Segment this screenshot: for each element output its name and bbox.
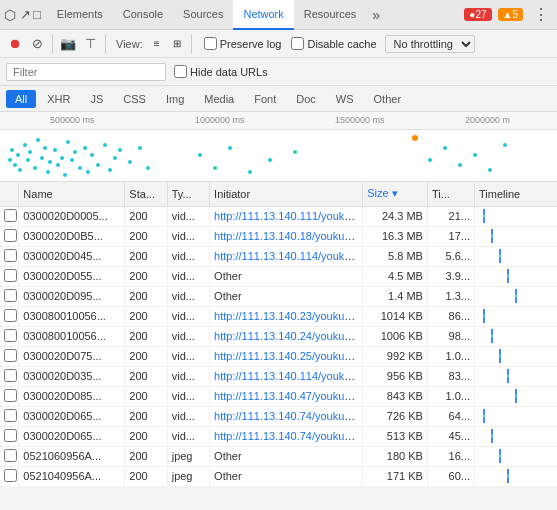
row-checkbox-cell[interactable]: [0, 246, 19, 266]
row-checkbox[interactable]: [4, 369, 17, 382]
table-row[interactable]: 030080010056... 200 vid... http://111.13…: [0, 326, 557, 346]
table-row[interactable]: 030080010056... 200 vid... http://111.13…: [0, 306, 557, 326]
col-header-status[interactable]: Sta...: [125, 182, 167, 206]
clear-button[interactable]: ⊘: [28, 35, 46, 53]
error-count-badge[interactable]: ●27: [464, 8, 491, 21]
type-tab-doc[interactable]: Doc: [287, 90, 325, 108]
table-row[interactable]: 0300020D0B5... 200 vid... http://111.13.…: [0, 226, 557, 246]
col-header-size[interactable]: Size ▾: [363, 182, 428, 206]
tab-device-icon[interactable]: □: [33, 7, 41, 22]
row-checkbox-cell[interactable]: [0, 226, 19, 246]
initiator-link[interactable]: http://111.13.140.23/youku/6...: [214, 310, 363, 322]
table-row[interactable]: 0300020D065... 200 vid... http://111.13.…: [0, 426, 557, 446]
row-checkbox-cell[interactable]: [0, 266, 19, 286]
row-checkbox[interactable]: [4, 389, 17, 402]
hide-data-urls-label[interactable]: Hide data URLs: [174, 65, 268, 78]
row-checkbox[interactable]: [4, 269, 17, 282]
row-checkbox[interactable]: [4, 229, 17, 242]
tab-network[interactable]: Network: [233, 0, 293, 30]
table-row[interactable]: 0521040956A... 200 jpeg Other 171 KB 60.…: [0, 466, 557, 486]
table-row[interactable]: 0300020D075... 200 vid... http://111.13.…: [0, 346, 557, 366]
row-checkbox[interactable]: [4, 329, 17, 342]
throttle-select[interactable]: No throttling Online Fast 3G Slow 3G Off…: [385, 35, 475, 53]
preserve-log-checkbox[interactable]: [204, 37, 217, 50]
tab-console[interactable]: Console: [113, 0, 173, 30]
col-header-type[interactable]: Ty...: [167, 182, 209, 206]
tab-more-button[interactable]: »: [366, 3, 386, 27]
row-checkbox[interactable]: [4, 249, 17, 262]
table-row[interactable]: 0300020D045... 200 vid... http://111.13.…: [0, 246, 557, 266]
row-checkbox-cell[interactable]: [0, 306, 19, 326]
table-row[interactable]: 0300020D095... 200 vid... Other 1.4 MB 1…: [0, 286, 557, 306]
row-checkbox-cell[interactable]: [0, 206, 19, 226]
type-tab-other[interactable]: Other: [365, 90, 411, 108]
type-tab-js[interactable]: JS: [81, 90, 112, 108]
type-tab-media[interactable]: Media: [195, 90, 243, 108]
row-initiator[interactable]: http://111.13.140.114/youku/...: [210, 366, 363, 386]
tab-resources[interactable]: Resources: [294, 0, 367, 30]
tab-inspect-icon[interactable]: ↗: [20, 7, 31, 22]
initiator-link[interactable]: http://111.13.140.74/youku/6...: [214, 430, 363, 442]
preserve-log-label[interactable]: Preserve log: [204, 37, 282, 50]
row-checkbox[interactable]: [4, 449, 17, 462]
row-checkbox-cell[interactable]: [0, 326, 19, 346]
row-checkbox-cell[interactable]: [0, 286, 19, 306]
row-checkbox-cell[interactable]: [0, 426, 19, 446]
row-initiator[interactable]: http://111.13.140.47/youku/6...: [210, 386, 363, 406]
row-initiator[interactable]: http://111.13.140.23/youku/6...: [210, 306, 363, 326]
initiator-link[interactable]: http://111.13.140.74/youku/6...: [214, 410, 363, 422]
type-tab-ws[interactable]: WS: [327, 90, 363, 108]
filter-input[interactable]: [6, 63, 166, 81]
row-checkbox-cell[interactable]: [0, 446, 19, 466]
row-checkbox-cell[interactable]: [0, 406, 19, 426]
row-initiator[interactable]: http://111.13.140.114/youku/...: [210, 246, 363, 266]
type-tab-xhr[interactable]: XHR: [38, 90, 79, 108]
table-row[interactable]: 0521060956A... 200 jpeg Other 180 KB 16.…: [0, 446, 557, 466]
row-checkbox[interactable]: [4, 309, 17, 322]
row-checkbox[interactable]: [4, 209, 17, 222]
row-initiator[interactable]: http://111.13.140.25/youku/6...: [210, 346, 363, 366]
initiator-link[interactable]: http://111.13.140.25/youku/6...: [214, 350, 363, 362]
row-initiator[interactable]: http://111.13.140.18/youku/6...: [210, 226, 363, 246]
initiator-link[interactable]: http://111.13.140.114/youku/...: [214, 370, 363, 382]
initiator-link[interactable]: http://111.13.140.18/youku/6...: [214, 230, 363, 242]
devtools-menu-button[interactable]: ⋮: [529, 5, 553, 24]
row-initiator[interactable]: http://111.13.140.74/youku/6...: [210, 426, 363, 446]
warning-count-badge[interactable]: ▲5: [498, 8, 523, 21]
table-row[interactable]: 0300020D085... 200 vid... http://111.13.…: [0, 386, 557, 406]
list-view-button[interactable]: ≡: [149, 36, 165, 52]
record-button[interactable]: ⏺: [6, 35, 24, 53]
table-row[interactable]: 0300020D055... 200 vid... Other 4.5 MB 3…: [0, 266, 557, 286]
row-checkbox-cell[interactable]: [0, 366, 19, 386]
disable-cache-label[interactable]: Disable cache: [291, 37, 376, 50]
row-initiator[interactable]: http://111.13.140.24/youku/6...: [210, 326, 363, 346]
hide-data-urls-checkbox[interactable]: [174, 65, 187, 78]
tab-sources[interactable]: Sources: [173, 0, 233, 30]
table-row[interactable]: 0300020D035... 200 vid... http://111.13.…: [0, 366, 557, 386]
row-checkbox[interactable]: [4, 429, 17, 442]
row-checkbox-cell[interactable]: [0, 346, 19, 366]
row-checkbox-cell[interactable]: [0, 386, 19, 406]
col-header-time[interactable]: Ti...: [427, 182, 474, 206]
type-tab-font[interactable]: Font: [245, 90, 285, 108]
col-header-name[interactable]: Name: [19, 182, 125, 206]
table-row[interactable]: 0300020D0005... 200 vid... http://111.13…: [0, 206, 557, 226]
initiator-link[interactable]: http://111.13.140.47/youku/6...: [214, 390, 363, 402]
row-checkbox-cell[interactable]: [0, 466, 19, 486]
type-tab-img[interactable]: Img: [157, 90, 193, 108]
row-checkbox[interactable]: [4, 409, 17, 422]
type-tab-all[interactable]: All: [6, 90, 36, 108]
disable-cache-checkbox[interactable]: [291, 37, 304, 50]
row-initiator[interactable]: http://111.13.140.111/youku/...: [210, 206, 363, 226]
col-header-initiator[interactable]: Initiator: [210, 182, 363, 206]
row-checkbox[interactable]: [4, 349, 17, 362]
type-tab-css[interactable]: CSS: [114, 90, 155, 108]
initiator-link[interactable]: http://111.13.140.111/youku/...: [214, 210, 363, 222]
table-row[interactable]: 0300020D065... 200 vid... http://111.13.…: [0, 406, 557, 426]
tab-elements[interactable]: Elements: [47, 0, 113, 30]
initiator-link[interactable]: http://111.13.140.114/youku/...: [214, 250, 363, 262]
filter-button[interactable]: ⊤: [81, 35, 99, 53]
row-checkbox[interactable]: [4, 469, 17, 482]
initiator-link[interactable]: http://111.13.140.24/youku/6...: [214, 330, 363, 342]
camera-button[interactable]: 📷: [59, 35, 77, 53]
